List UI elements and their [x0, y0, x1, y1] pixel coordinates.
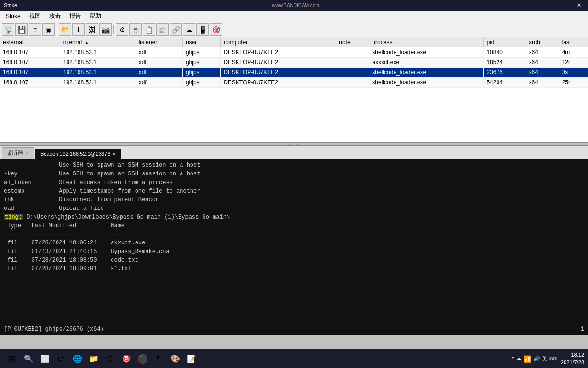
terminal-app[interactable]: 🖥	[152, 352, 166, 366]
terminal-line: -key Use SSH to spawn an SSH session on …	[4, 170, 584, 178]
systray-caret[interactable]: ^	[512, 356, 514, 362]
cell-pid: 18524	[484, 58, 526, 68]
record-app[interactable]: ⚫	[136, 352, 149, 366]
toolbar-separator-1	[57, 25, 57, 34]
start-button[interactable]: ⊞	[4, 351, 19, 367]
browser-app[interactable]: 🌐	[71, 352, 84, 366]
toolbar-coffee[interactable]: ☕	[129, 23, 142, 36]
toolbar-open[interactable]: 📂	[59, 23, 71, 36]
terminal-prompt: [	[4, 326, 7, 333]
systray-volume[interactable]: 🔊	[533, 356, 540, 362]
cell-user: ghjps	[182, 78, 220, 88]
shield-icon: 🛡	[106, 355, 114, 363]
tab-listeners-close[interactable]: ✕	[25, 150, 29, 156]
terminal-output[interactable]: Use SSH to spawn an SSH session on a hos…	[0, 159, 588, 322]
clock-date: 2021/7/28	[561, 359, 584, 366]
terminal-container: 监听器 ✕ Beacon 192.168.52.1@23676 ✕ Use SS…	[0, 146, 588, 335]
target-icon: 🎯	[122, 354, 131, 363]
cell-note	[336, 78, 369, 88]
notes-app[interactable]: 📝	[185, 352, 198, 366]
cell-last: 3s	[559, 68, 588, 78]
cell-note	[336, 47, 369, 58]
search-icon: 🔍	[24, 354, 34, 363]
col-process[interactable]: process	[369, 37, 484, 47]
close-button[interactable]: ✕	[574, 2, 584, 8]
col-last[interactable]: last	[559, 37, 588, 47]
toolbar: 📡 💾 ≡ ◉ 📂 ⬇ 🖼 📷 ⚙ ☕ 📋 📰 🔗 ☁ 📱 🎯	[0, 22, 588, 37]
toolbar-clipboard[interactable]: 📋	[143, 23, 155, 36]
tab-listeners[interactable]: 监听器 ✕	[2, 147, 34, 159]
toolbar-log[interactable]: 📰	[156, 23, 169, 36]
col-pid[interactable]: pid	[484, 37, 526, 47]
toolbar-image[interactable]: 🖼	[86, 23, 98, 36]
toolbar-settings[interactable]: ⚙	[116, 23, 128, 36]
taskbar-clock[interactable]: 18:12 2021/7/28	[561, 351, 584, 366]
browser-icon: 🌐	[73, 354, 82, 363]
systray-lang[interactable]: 英	[542, 355, 547, 362]
toolbar-save[interactable]: 💾	[15, 23, 28, 36]
tab-beacon[interactable]: Beacon 192.168.52.1@23676 ✕	[35, 149, 121, 159]
toolbar-download[interactable]: ⬇	[72, 23, 85, 36]
terminal-line: al_token Steal access token from a proce…	[4, 178, 584, 187]
systray-cloud[interactable]: ☁	[516, 356, 521, 362]
toolbar-link[interactable]: 🔗	[170, 23, 182, 36]
toolbar-cloud[interactable]: ☁	[183, 23, 195, 36]
col-computer[interactable]: computer	[221, 37, 336, 47]
cell-external: 168.0.107	[0, 78, 60, 88]
tab-beacon-close[interactable]: ✕	[112, 151, 116, 157]
toolbar-payload[interactable]: 🎯	[210, 23, 222, 36]
menu-help[interactable]: 帮助	[86, 11, 105, 21]
watermark: www.BANDICAM.com	[272, 3, 319, 8]
table-row[interactable]: 168.0.107192.168.52.1xdfghjpsDESKTOP-0U7…	[0, 58, 588, 68]
menu-attack[interactable]: 攻击	[45, 11, 65, 21]
table-row[interactable]: 168.0.107192.168.52.1xdfghjpsDESKTOP-0U7…	[0, 47, 588, 58]
table-row[interactable]: 168.0.107192.168.52.1xdfghjpsDESKTOP-0U7…	[0, 68, 588, 78]
terminal-line: oad Upload a file	[4, 204, 584, 213]
paint-app[interactable]: 🎨	[169, 352, 182, 366]
cell-internal: 192.168.52.1	[60, 68, 136, 78]
col-listener[interactable]: listener	[136, 37, 182, 47]
cell-listener: xdf	[136, 78, 182, 88]
files-icon: 📁	[89, 354, 99, 363]
toolbar-screenshot[interactable]: 📷	[99, 23, 112, 36]
cell-external: 168.0.107	[0, 47, 60, 58]
shield-app[interactable]: 🛡	[103, 352, 117, 366]
terminal-prompt-content: P-0U7KEE2] ghjps/23676 (x64)	[7, 326, 104, 333]
toolbar-mobile[interactable]: 📱	[196, 23, 209, 36]
toolbar-separator-2	[113, 25, 114, 34]
toolbar-connect[interactable]: 📡	[2, 23, 14, 36]
col-internal[interactable]: internal ▲	[60, 37, 136, 47]
systray-keyboard[interactable]: ⌨	[549, 356, 557, 362]
terminal-prompt-suffix: 1	[581, 326, 584, 333]
tab-bar: 监听器 ✕ Beacon 192.168.52.1@23676 ✕	[0, 146, 588, 159]
systray-wifi[interactable]: 📶	[523, 355, 531, 363]
table-row[interactable]: 168.0.107192.168.52.1xdfghjpsDESKTOP-0U7…	[0, 78, 588, 88]
col-arch[interactable]: arch	[526, 37, 559, 47]
explorer-app[interactable]: 🗂	[55, 352, 68, 366]
menu-strike[interactable]: Strike	[2, 12, 24, 21]
cell-process: shellcode_loader.exe	[369, 68, 484, 78]
cell-note	[336, 58, 369, 68]
cell-pid: 10840	[484, 47, 526, 58]
files-app[interactable]: 📁	[87, 352, 101, 366]
clock-time: 18:12	[561, 351, 584, 358]
cell-internal: 192.168.52.1	[60, 78, 136, 88]
taskview-button[interactable]: ⬜	[38, 352, 52, 366]
menu-view[interactable]: 视图	[25, 11, 45, 21]
cell-external: 168.0.107	[0, 58, 60, 68]
col-external[interactable]: external	[0, 37, 60, 47]
cell-internal: 192.168.52.1	[60, 58, 136, 68]
menu-report[interactable]: 报告	[66, 11, 85, 21]
toolbar-target[interactable]: ◉	[42, 23, 55, 36]
col-user[interactable]: user	[182, 37, 220, 47]
systray-icons: ^ ☁ 📶 🔊 英 ⌨	[512, 355, 557, 363]
menu-bar: Strike 视图 攻击 报告 帮助	[0, 11, 588, 22]
toolbar-list[interactable]: ≡	[29, 23, 41, 36]
cell-pid: 54264	[484, 78, 526, 88]
search-button[interactable]: 🔍	[22, 352, 35, 366]
tab-listeners-label: 监听器	[7, 150, 23, 157]
target-app[interactable]: 🎯	[120, 352, 133, 366]
cell-computer: DESKTOP-0U7KEE2	[221, 58, 336, 68]
cell-computer: DESKTOP-0U7KEE2	[221, 47, 336, 58]
col-note[interactable]: note	[336, 37, 369, 47]
